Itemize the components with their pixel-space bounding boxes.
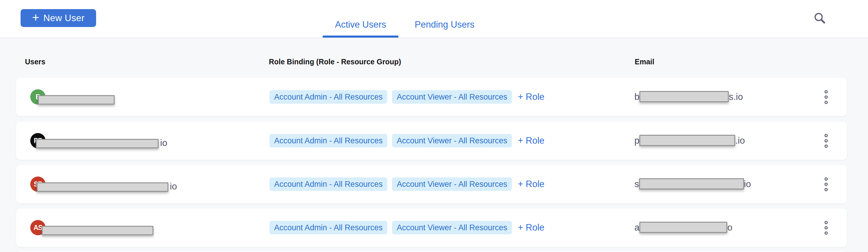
column-header-users: Users [25,58,45,66]
redaction-overlay [38,95,115,104]
kebab-dot-icon [825,183,828,186]
user-row[interactable]: SP io Account Admin - All Resources Acco… [16,165,847,203]
tab-active-users[interactable]: Active Users [322,0,398,38]
kebab-dot-icon [825,145,828,148]
avatar-initials: AS [33,224,42,232]
role-badge: Account Viewer - All Resources [392,134,512,148]
user-cell: SP io [30,165,265,203]
kebab-menu-button[interactable] [822,219,830,237]
user-row[interactable]: PP io Account Admin - All Resources Acco… [16,122,847,160]
kebab-dot-icon [825,134,828,137]
add-role-button[interactable]: + Role [517,135,546,146]
email-visible-suffix: io [744,179,751,189]
email-visible-prefix: b [634,92,640,102]
add-role-button[interactable]: + Role [517,222,546,233]
kebab-dot-icon [825,188,828,191]
role-binding-cell: Account Admin - All Resources Account Vi… [270,209,563,247]
redaction-overlay [37,182,168,192]
add-role-button[interactable]: + Role [517,92,546,102]
kebab-dot-icon [825,221,828,224]
email-visible-suffix: s.io [729,92,743,102]
top-bar: + New User Active Users Pending Users [0,0,868,38]
kebab-dot-icon [825,139,828,143]
redaction-overlay [640,135,735,146]
redaction-overlay [639,178,744,189]
kebab-menu-button[interactable] [822,175,830,194]
kebab-dot-icon [825,90,828,93]
search-icon[interactable] [812,11,827,26]
redaction-overlay [640,222,727,233]
new-user-button-label: New User [43,13,85,24]
user-cell: B [30,78,265,116]
email-visible-suffix: o [727,222,732,233]
role-badge: Account Viewer - All Resources [392,178,512,191]
role-badge: Account Viewer - All Resources [392,221,512,234]
redaction-overlay [640,91,729,102]
email-cell: a o [634,209,816,247]
email-visible-prefix: s [634,179,639,189]
role-badge: Account Admin - All Resources [270,221,387,234]
kebab-dot-icon [825,231,828,235]
email-cell: s io [634,165,816,203]
user-cell: PP io [30,122,265,160]
email-cell: p .io [634,122,816,160]
redaction-overlay [42,226,153,235]
active-users-table: Users Role Binding (Role - Resource Grou… [0,38,868,252]
kebab-dot-icon [825,95,828,99]
role-binding-cell: Account Admin - All Resources Account Vi… [270,78,563,116]
column-header-role-binding: Role Binding (Role - Resource Group) [269,58,401,66]
kebab-dot-icon [825,178,828,181]
tab-pending-users[interactable]: Pending Users [407,0,483,38]
role-badge: Account Admin - All Resources [270,134,387,148]
name-visible-suffix: io [160,138,167,148]
kebab-menu-button[interactable] [822,88,830,106]
new-user-button[interactable]: + New User [21,9,96,27]
plus-icon: + [32,11,39,24]
redaction-overlay [36,139,159,148]
role-badge: Account Viewer - All Resources [392,90,512,104]
email-visible-prefix: a [634,222,640,233]
role-badge: Account Admin - All Resources [270,178,387,191]
user-row[interactable]: AS Account Admin - All Resources Account… [16,209,847,247]
name-visible-suffix: io [170,181,177,192]
kebab-dot-icon [825,101,828,104]
role-binding-cell: Account Admin - All Resources Account Vi… [270,122,563,160]
kebab-dot-icon [825,226,828,229]
column-header-email: Email [635,58,654,66]
add-role-button[interactable]: + Role [517,179,546,189]
role-binding-cell: Account Admin - All Resources Account Vi… [270,165,563,203]
user-cell: AS [30,209,265,247]
email-visible-suffix: .io [735,135,745,146]
kebab-menu-button[interactable] [822,132,830,150]
role-badge: Account Admin - All Resources [270,90,387,104]
email-cell: b s.io [634,78,816,116]
email-visible-prefix: p [634,135,640,146]
user-row[interactable]: B Account Admin - All Resources Account … [16,78,847,116]
